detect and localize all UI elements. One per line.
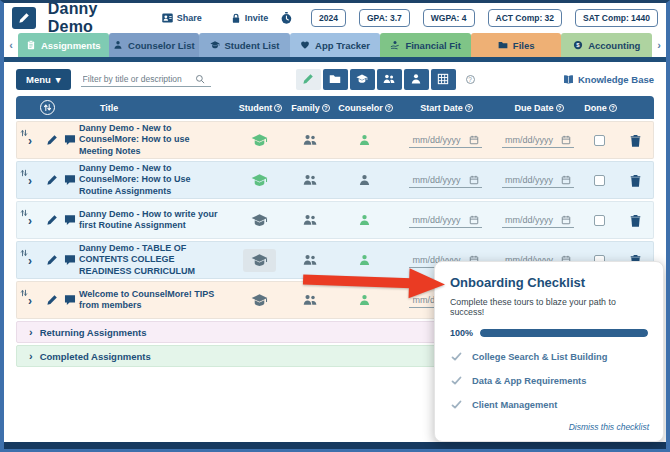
tab-financial-fit[interactable]: Financial Fit — [380, 33, 471, 57]
tab-accounting[interactable]: Accounting — [561, 33, 652, 57]
stat-badge[interactable]: WGPA: 4 — [423, 9, 475, 27]
student-cell[interactable] — [232, 209, 287, 232]
row-expand-chevron[interactable]: › — [28, 252, 32, 268]
edit-assignment-icon[interactable] — [43, 174, 61, 186]
edit-assignment-icon[interactable] — [43, 214, 61, 226]
student-cell[interactable] — [232, 169, 287, 192]
row-expand-chevron[interactable]: › — [28, 212, 32, 228]
column-done[interactable]: Done? — [583, 103, 618, 113]
comment-icon[interactable] — [61, 254, 79, 266]
tab-assignments[interactable]: Assignments — [18, 33, 109, 57]
comment-icon[interactable] — [61, 174, 79, 186]
timer-icon[interactable] — [280, 11, 293, 25]
row-sort-handle-icon[interactable] — [20, 283, 28, 301]
assignment-title[interactable]: Welcome to CounselMore! TIPS from member… — [79, 289, 232, 312]
invite-button[interactable]: Invite — [230, 12, 269, 25]
view-grid-button[interactable] — [431, 69, 456, 90]
checklist-item-data-app-requirements[interactable]: Data & App Requirements — [450, 375, 648, 386]
dismiss-checklist-link[interactable]: Dismiss this checklist — [569, 422, 649, 432]
assignment-title[interactable]: Danny Demo - New to CounselMore: How to … — [79, 123, 232, 157]
assignment-title[interactable]: Danny Demo - How to write your first Rou… — [79, 209, 232, 232]
column-start-date[interactable]: Start Date? — [398, 103, 495, 113]
column-due-date[interactable]: Due Date? — [495, 103, 583, 113]
row-sort-handle-icon[interactable] — [20, 203, 28, 221]
counselor-cell[interactable] — [332, 133, 397, 147]
view-students-button[interactable] — [350, 69, 375, 90]
assignment-title[interactable]: Danny Demo - TABLE OF CONTENTS COLLEGE R… — [79, 243, 232, 277]
help-icon[interactable]: ? — [465, 104, 473, 112]
stat-badge[interactable]: SAT Comp: 1440 — [575, 9, 658, 27]
tabs-scroll-left-icon[interactable]: ‹ — [4, 33, 18, 57]
counselor-cell[interactable] — [332, 213, 397, 227]
tab-app-tracker[interactable]: App Tracker — [290, 33, 381, 57]
family-cell[interactable] — [287, 253, 332, 267]
column-student[interactable]: Student? — [233, 103, 288, 113]
comment-icon[interactable] — [61, 214, 79, 226]
student-cell[interactable] — [232, 129, 287, 152]
checklist-item-college-search-list-building[interactable]: College Search & List Building — [450, 351, 648, 362]
tab-files[interactable]: Files — [471, 33, 562, 57]
row-sort-handle-icon[interactable] — [20, 243, 28, 261]
knowledge-base-link[interactable]: Knowledge Base — [563, 74, 654, 85]
due-date-input[interactable]: mm/dd/yyyy — [502, 213, 574, 228]
family-cell[interactable] — [287, 213, 332, 227]
delete-assignment-icon[interactable] — [629, 171, 642, 189]
help-icon[interactable]: ? — [556, 104, 564, 112]
student-cell[interactable] — [232, 249, 287, 272]
help-icon[interactable]: ? — [609, 104, 617, 112]
stat-badge[interactable]: 2024 — [311, 9, 346, 27]
comment-icon[interactable] — [61, 294, 79, 306]
column-title[interactable]: Title — [78, 103, 233, 113]
row-expand-chevron[interactable]: › — [28, 292, 32, 308]
help-icon[interactable]: ? — [466, 75, 475, 84]
filter-input[interactable] — [83, 74, 195, 84]
edit-profile-button[interactable] — [12, 7, 36, 29]
edit-assignment-icon[interactable] — [43, 294, 61, 306]
edit-assignment-icon[interactable] — [43, 254, 61, 266]
row-sort-handle-icon[interactable] — [20, 163, 28, 181]
family-cell[interactable] — [287, 173, 332, 187]
checklist-item-client-management[interactable]: Client Management — [450, 399, 648, 410]
due-date-input[interactable]: mm/dd/yyyy — [502, 173, 574, 188]
comment-icon[interactable] — [61, 134, 79, 146]
tabs-scroll-right-icon[interactable]: › — [652, 33, 666, 57]
tab-counselor-list[interactable]: Counselor List — [109, 33, 200, 57]
assignment-title[interactable]: Danny Demo - New to CounselMore: How to … — [79, 163, 232, 197]
tab-student-list[interactable]: Student List — [199, 33, 290, 57]
student-cell[interactable] — [232, 289, 287, 312]
column-family[interactable]: Family? — [288, 103, 333, 113]
delete-assignment-icon[interactable] — [629, 131, 642, 149]
help-icon[interactable]: ? — [322, 104, 330, 112]
share-button[interactable]: Share — [161, 12, 202, 24]
row-expand-chevron[interactable]: › — [28, 132, 32, 148]
family-cell[interactable] — [287, 133, 332, 147]
start-date-input[interactable]: mm/dd/yyyy — [409, 173, 481, 188]
row-expand-chevron[interactable]: › — [28, 172, 32, 188]
tab-bar: ‹ Assignments Counselor List Student Lis… — [4, 33, 666, 57]
family-cell[interactable] — [287, 293, 332, 307]
view-counselors-button[interactable] — [404, 69, 429, 90]
stat-badge[interactable]: GPA: 3.7 — [359, 9, 410, 27]
delete-assignment-icon[interactable] — [629, 211, 642, 229]
view-folder-button[interactable] — [323, 69, 348, 90]
sort-rows-icon[interactable] — [40, 100, 55, 115]
menu-button[interactable]: Menu▾ — [16, 69, 71, 90]
help-icon[interactable]: ? — [385, 104, 393, 112]
start-date-input[interactable]: mm/dd/yyyy — [409, 133, 481, 148]
counselor-cell[interactable] — [332, 293, 397, 307]
view-edit-button[interactable] — [296, 69, 321, 90]
counselor-icon — [358, 293, 371, 307]
start-date-input[interactable]: mm/dd/yyyy — [409, 213, 481, 228]
row-sort-handle-icon[interactable] — [20, 123, 28, 141]
edit-assignment-icon[interactable] — [43, 134, 61, 146]
done-checkbox[interactable] — [594, 175, 605, 186]
counselor-cell[interactable] — [332, 173, 397, 187]
due-date-input[interactable]: mm/dd/yyyy — [502, 133, 574, 148]
counselor-cell[interactable] — [332, 253, 397, 267]
done-checkbox[interactable] — [594, 135, 605, 146]
column-counselor[interactable]: Counselor? — [333, 103, 398, 113]
view-families-button[interactable] — [377, 69, 402, 90]
help-icon[interactable]: ? — [274, 104, 282, 112]
done-checkbox[interactable] — [594, 215, 605, 226]
stat-badge[interactable]: ACT Comp: 32 — [488, 9, 563, 27]
